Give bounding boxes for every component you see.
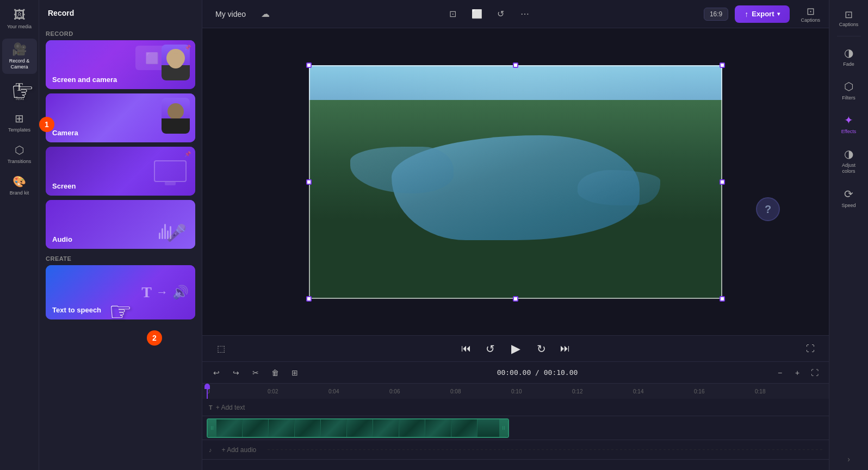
- screen-camera-card[interactable]: ⬜ Screen and camera 📌: [46, 40, 195, 89]
- sidebar-item-templates[interactable]: ⊞ Templates: [2, 108, 37, 137]
- screen-camera-label: Screen and camera: [52, 76, 117, 84]
- adjust-colors-tool[interactable]: ◑ Adjustcolors: [832, 142, 866, 180]
- panel-content: Record ⬜ Screen and camera 📌 Camera: [39, 22, 202, 453]
- sidebar-item-transitions[interactable]: ⬡ Transitions: [2, 139, 37, 168]
- captions-icon: ⊡: [807, 5, 815, 17]
- rewind-button[interactable]: ↺: [480, 339, 500, 359]
- audio-track-icon: ♪: [209, 447, 212, 453]
- tts-card[interactable]: T → 🔊 Text to speech: [46, 265, 195, 319]
- export-chevron-icon: ▾: [777, 11, 780, 17]
- thumb-2: [243, 419, 269, 437]
- clip-right-handle[interactable]: ⏸: [499, 419, 508, 437]
- next-button[interactable]: ⏭: [555, 339, 575, 359]
- screen-card[interactable]: Screen 📌: [46, 147, 195, 196]
- audio-waveform: [268, 447, 824, 453]
- selection-handle-bl[interactable]: [306, 296, 312, 302]
- prev-button[interactable]: ⏮: [456, 339, 476, 359]
- crop-icon: ⊡: [449, 9, 456, 19]
- captions-right-icon: ⊡: [845, 9, 853, 21]
- record-icon: 🎥: [13, 43, 26, 56]
- ruler-mark-1: 0:02: [268, 388, 278, 394]
- redo-button[interactable]: ↪: [228, 365, 244, 380]
- panel-title: Record: [39, 0, 202, 22]
- filters-icon: ⬡: [844, 80, 853, 93]
- rotate-icon: ↺: [497, 9, 504, 19]
- selection-handle-mr[interactable]: [720, 179, 725, 185]
- ruler-mark-7: 0:14: [633, 388, 643, 394]
- collapse-right-button[interactable]: ›: [837, 453, 861, 466]
- video-clip[interactable]: ⏸ ⏸: [207, 418, 509, 438]
- sidebar-item-record[interactable]: 🎥 Record &Camera: [2, 39, 37, 74]
- export-button[interactable]: ↑ Export ▾: [735, 5, 790, 23]
- sidebar-item-brand[interactable]: 🎨 Brand kit: [2, 171, 37, 200]
- selection-handle-br[interactable]: [720, 296, 725, 302]
- add-text-button[interactable]: + Add text: [216, 404, 245, 411]
- cut-button[interactable]: ✂: [248, 365, 263, 380]
- cloud-save-button[interactable]: ☁: [257, 5, 274, 23]
- video-content: [309, 65, 722, 299]
- screen-illustration: [154, 160, 187, 182]
- split-button[interactable]: ⊞: [287, 365, 302, 380]
- fade-tool[interactable]: ◑ Fade: [832, 41, 866, 72]
- play-button[interactable]: ▶: [504, 337, 527, 360]
- pip-button[interactable]: ⬚: [211, 339, 231, 359]
- add-audio-button[interactable]: + Add audio: [215, 446, 257, 454]
- play-icon: ▶: [511, 342, 520, 356]
- selection-handle-tr[interactable]: [720, 62, 725, 68]
- rotate-button[interactable]: ↺: [492, 5, 510, 23]
- forward-icon: ↻: [537, 342, 546, 355]
- filters-tool[interactable]: ⬡ Filters: [832, 74, 866, 106]
- cut-icon: ✂: [252, 368, 259, 377]
- speed-tool[interactable]: ⟳ Speed: [832, 182, 866, 214]
- selection-handle-tl[interactable]: [306, 62, 312, 68]
- more-button[interactable]: ⋯: [516, 5, 534, 23]
- zoom-in-button[interactable]: +: [790, 365, 805, 380]
- text-track: T + Add text: [202, 399, 829, 416]
- record-section-label: Record: [46, 30, 195, 37]
- transitions-icon: ⬡: [13, 143, 26, 156]
- aspect-ratio-button[interactable]: ⬜: [468, 5, 486, 23]
- selection-handle-tm[interactable]: [513, 62, 518, 68]
- thumb-9: [425, 419, 451, 437]
- aspect-icon: ⬜: [472, 9, 482, 19]
- thumb-3: [269, 419, 295, 437]
- crop-button[interactable]: ⊡: [444, 5, 462, 23]
- playhead: [207, 384, 208, 399]
- help-button[interactable]: ?: [756, 197, 780, 221]
- selection-handle-bm[interactable]: [513, 296, 518, 302]
- screen-label: Screen: [52, 182, 76, 190]
- sidebar-item-your-media[interactable]: 🖼 Your media: [2, 4, 37, 34]
- project-title[interactable]: My video: [211, 8, 250, 21]
- export-icon: ↑: [745, 10, 748, 18]
- time-display: 00:00.00 / 00:10.00: [307, 368, 768, 377]
- left-sidebar: 🖼 Your media 🎥 Record &Camera T Text ⊞ T…: [0, 0, 39, 470]
- selection-handle-ml[interactable]: [306, 179, 312, 185]
- cloud-icon: ☁: [261, 9, 270, 19]
- clip-left-handle-icon: ⏸: [209, 425, 215, 431]
- ruler-mark-2: 0:04: [328, 388, 339, 394]
- zoom-controls: − + ⛶: [772, 365, 822, 380]
- audio-card[interactable]: 🎤 Audio: [46, 200, 195, 249]
- effects-tool[interactable]: ✦ Effects: [832, 108, 866, 140]
- camera-card[interactable]: Camera: [46, 93, 195, 142]
- video-track: ⏸ ⏸: [202, 416, 829, 440]
- rewind-icon: ↺: [486, 342, 495, 355]
- split-icon: ⊞: [292, 368, 298, 377]
- captions-button-right[interactable]: ⊡ Captions: [837, 4, 861, 32]
- text-tool-icon: T: [13, 80, 26, 93]
- thumb-8: [399, 419, 425, 437]
- zoom-out-button[interactable]: −: [772, 365, 788, 380]
- timeline-tracks: T + Add text ⏸: [202, 399, 829, 470]
- record-panel: Record Record ⬜ Screen and camera 📌 Came…: [39, 0, 202, 470]
- forward-button[interactable]: ↻: [531, 339, 551, 359]
- expand-timeline-button[interactable]: ⛶: [807, 365, 822, 380]
- thumb-6: [347, 419, 373, 437]
- main-content: My video ☁ ⊡ ⬜ ↺ ⋯ 16:9 ↑ Export ▾ ⊡ Cap…: [202, 0, 829, 470]
- captions-button[interactable]: ⊡ Captions: [801, 5, 820, 23]
- sidebar-label-record: Record &Camera: [9, 58, 30, 70]
- delete-button[interactable]: 🗑: [268, 365, 283, 380]
- fullscreen-button[interactable]: ⛶: [801, 339, 820, 359]
- sidebar-item-text[interactable]: T Text: [2, 76, 37, 105]
- clip-left-handle[interactable]: ⏸: [208, 419, 216, 437]
- undo-button[interactable]: ↩: [209, 365, 224, 380]
